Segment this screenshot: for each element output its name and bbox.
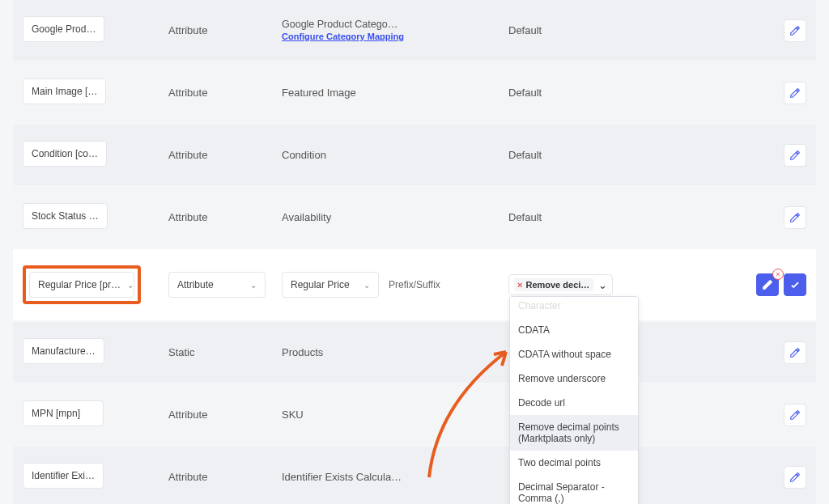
value-label: Availability bbox=[282, 211, 331, 223]
type-label: Attribute bbox=[168, 471, 207, 483]
table-row-active: Regular Price [pr… ⌄ Attribute ⌄ Regular… bbox=[13, 249, 816, 320]
field-name[interactable]: Main Image [… bbox=[23, 78, 106, 104]
chevron-down-icon: ⌄ bbox=[598, 279, 607, 291]
prefix-suffix-label: Prefix/Suffix bbox=[389, 279, 440, 290]
edit-button[interactable] bbox=[784, 206, 806, 229]
type-label: Attribute bbox=[168, 211, 207, 223]
dropdown-item[interactable]: CDATA without space bbox=[510, 342, 638, 366]
table-row: MPN [mpn] Attribute SKU bbox=[13, 384, 816, 445]
dropdown-item[interactable]: CDATA bbox=[510, 318, 638, 342]
close-icon[interactable]: × bbox=[772, 269, 784, 280]
type-label: Attribute bbox=[168, 409, 207, 421]
remove-chip-icon[interactable]: × bbox=[517, 280, 522, 290]
dropdown-item[interactable]: Remove underscore bbox=[510, 366, 638, 391]
field-name-dropdown[interactable]: Regular Price [pr… ⌄ bbox=[29, 272, 134, 298]
edit-button[interactable] bbox=[784, 341, 806, 364]
field-name[interactable]: MPN [mpn] bbox=[23, 400, 104, 426]
dropdown-item[interactable]: Decode url bbox=[510, 391, 638, 415]
value-label: Products bbox=[282, 346, 323, 358]
value-label: Condition bbox=[282, 149, 326, 161]
type-label: Static bbox=[168, 346, 195, 358]
selected-chip[interactable]: × Remove decim… bbox=[514, 278, 593, 291]
table-row: Condition [co… Attribute Condition Defau… bbox=[13, 125, 816, 185]
output-label: Default bbox=[508, 211, 542, 223]
field-name[interactable]: Google Prod… bbox=[23, 16, 104, 42]
type-label: Attribute bbox=[168, 149, 207, 161]
type-dropdown[interactable]: Attribute ⌄ bbox=[168, 272, 266, 298]
value-label: Featured Image bbox=[282, 87, 356, 99]
confirm-button[interactable] bbox=[784, 273, 806, 296]
value-label: Google Product Catego… bbox=[282, 19, 508, 30]
table-row: Main Image [… Attribute Featured Image D… bbox=[13, 62, 816, 123]
dropdown-item-selected[interactable]: Remove decimal points (Marktplaats only) bbox=[510, 415, 638, 451]
value-label: SKU bbox=[282, 409, 304, 421]
table-row: Google Prod… Attribute Google Product Ca… bbox=[13, 0, 816, 61]
attribute-mapping-table: Google Prod… Attribute Google Product Ca… bbox=[0, 0, 829, 504]
chevron-down-icon: ⌄ bbox=[127, 281, 134, 290]
dropdown-item[interactable]: Decimal Separator - Comma (,) bbox=[510, 475, 638, 504]
table-row: Manufacture… Static Products bbox=[13, 322, 816, 383]
edit-button[interactable] bbox=[784, 19, 806, 42]
edit-button[interactable] bbox=[784, 144, 806, 167]
value-dropdown[interactable]: Regular Price ⌄ bbox=[282, 272, 379, 298]
dropdown-item[interactable]: Character bbox=[510, 297, 638, 318]
type-label: Attribute bbox=[168, 87, 207, 99]
output-type-dropdown[interactable]: Character CDATA CDATA without space Remo… bbox=[509, 296, 639, 504]
edit-button[interactable] bbox=[784, 466, 806, 489]
field-name[interactable]: Condition [co… bbox=[23, 141, 107, 167]
output-type-select[interactable]: × Remove decim… ⌄ Character CDATA CDATA … bbox=[508, 274, 613, 295]
edit-button[interactable] bbox=[784, 404, 806, 426]
output-label: Default bbox=[508, 87, 542, 99]
field-name[interactable]: Stock Status … bbox=[23, 203, 108, 229]
chevron-down-icon: ⌄ bbox=[250, 281, 257, 290]
field-name[interactable]: Manufacture… bbox=[23, 338, 104, 364]
chevron-down-icon: ⌄ bbox=[363, 281, 370, 290]
field-name[interactable]: Identifier Exi… bbox=[23, 463, 104, 489]
output-label: Default bbox=[508, 24, 542, 36]
highlight-annotation: Regular Price [pr… ⌄ bbox=[23, 265, 141, 304]
dropdown-item[interactable]: Two decimal points bbox=[510, 451, 638, 475]
configure-category-link[interactable]: Configure Category Mapping bbox=[282, 32, 404, 41]
table-row: Identifier Exi… Attribute Identifier Exi… bbox=[13, 447, 816, 504]
output-label: Default bbox=[508, 149, 542, 161]
table-row: Stock Status … Attribute Availability De… bbox=[13, 187, 816, 248]
value-label: Identifier Exists Calcula… bbox=[282, 471, 402, 483]
type-label: Attribute bbox=[168, 24, 207, 36]
edit-button[interactable] bbox=[784, 82, 806, 104]
